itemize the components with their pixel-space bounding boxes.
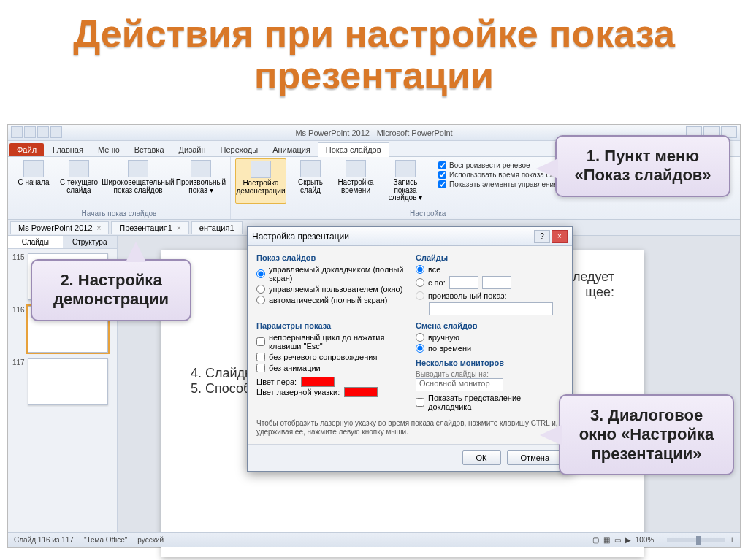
status-language[interactable]: русский: [137, 536, 164, 544]
tab-file[interactable]: Файл: [9, 143, 44, 156]
group-label-setup: Настройка: [235, 210, 620, 218]
setup-show-dialog: Настройка презентации ? × Показ слайдов …: [247, 226, 573, 472]
monitor-dropdown[interactable]: Основной монитор: [416, 378, 503, 391]
zoom-out-icon[interactable]: −: [658, 536, 663, 544]
callout-1: 1. Пункт меню «Показ слайдов»: [555, 135, 730, 197]
page-title: Действия при настройке показа презентаци…: [0, 0, 748, 102]
status-bar: Слайд 116 из 117 "Тема Office" русский ▢…: [8, 532, 740, 547]
side-tab-outline[interactable]: Структура: [63, 236, 118, 248]
radio-custom-show[interactable]: произвольный показ:: [416, 291, 563, 300]
radio-all-slides[interactable]: все: [416, 265, 563, 274]
dialog-titlebar[interactable]: Настройка презентации ? ×: [248, 227, 572, 246]
radio-timings[interactable]: по времени: [416, 344, 563, 353]
group-slides-range: Слайды все с по: произвольный показ:: [416, 253, 563, 315]
close-tab-icon[interactable]: ×: [177, 224, 181, 232]
play-icon: [23, 160, 44, 177]
chk-loop[interactable]: непрерывный цикл до нажатия клавиши "Esc…: [256, 333, 404, 350]
close-tab-icon[interactable]: ×: [97, 224, 102, 232]
zoom-label: 100%: [636, 536, 654, 544]
setup-slideshow-button[interactable]: Настройка демонстрации: [235, 158, 286, 204]
zoom-slider[interactable]: [667, 538, 725, 542]
rehearse-timings-button[interactable]: Настройка времени: [335, 158, 377, 204]
from-spinner[interactable]: [449, 276, 478, 289]
dialog-close-icon[interactable]: ×: [552, 230, 568, 243]
ok-button[interactable]: ОК: [462, 450, 501, 465]
pen-color-swatch[interactable]: [301, 377, 335, 387]
play-current-icon: [69, 160, 89, 177]
custom-show-button[interactable]: Произвольный показ ▾: [176, 158, 226, 196]
tab-home[interactable]: Главная: [45, 143, 91, 156]
chk-no-narration[interactable]: без речевого сопровождения: [256, 353, 404, 361]
thumbnail-117[interactable]: 117: [12, 358, 112, 405]
doc-tab-1[interactable]: Ms PowerPoint 2012×: [10, 221, 109, 234]
from-current-button[interactable]: С текущего слайда: [58, 158, 100, 196]
clock-icon: [346, 160, 366, 177]
record-slideshow-button[interactable]: Запись показа слайдов ▾: [380, 158, 431, 204]
tab-menu[interactable]: Меню: [91, 143, 127, 156]
group-show-options: Параметры показа непрерывный цикл до наж…: [256, 321, 404, 413]
status-slide-number: Слайд 116 из 117: [14, 536, 74, 544]
record-icon: [395, 160, 416, 177]
radio-presenter[interactable]: управляемый докладчиком (полный экран): [256, 265, 404, 283]
tab-design[interactable]: Дизайн: [172, 143, 213, 156]
group-label-start: Начать показ слайдов: [12, 210, 226, 218]
doc-tab-3[interactable]: ентация1: [191, 221, 243, 234]
help-icon[interactable]: ?: [534, 230, 550, 243]
app-icon: [11, 126, 23, 138]
tab-animation[interactable]: Анимация: [265, 143, 318, 156]
save-icon[interactable]: [24, 126, 36, 138]
quick-access-toolbar[interactable]: [11, 126, 62, 138]
callout-3: 3. Диалоговое окно «Настройка презентаци…: [559, 394, 734, 475]
hide-slide-button[interactable]: Скрыть слайд: [289, 158, 332, 204]
broadcast-icon: [128, 160, 148, 177]
side-tab-slides[interactable]: Слайды: [8, 236, 63, 248]
from-beginning-button[interactable]: С начала: [12, 158, 55, 196]
status-theme: "Тема Office": [84, 536, 127, 544]
view-reading-icon[interactable]: ▭: [614, 536, 621, 544]
radio-manual[interactable]: вручную: [416, 333, 563, 342]
chk-presenter-view[interactable]: Показать представление докладчика: [416, 394, 563, 411]
tab-transitions[interactable]: Переходы: [213, 143, 266, 156]
group-advance: Смена слайдов вручную по времени Несколь…: [416, 321, 563, 413]
zoom-in-icon[interactable]: +: [730, 536, 734, 544]
setup-icon: [251, 161, 271, 178]
view-normal-icon[interactable]: ▢: [592, 536, 599, 544]
laser-color-swatch[interactable]: [344, 387, 378, 397]
view-slideshow-icon[interactable]: ▶: [625, 536, 631, 544]
view-sorter-icon[interactable]: ▦: [603, 536, 610, 544]
laser-hint-text: Чтобы отобразить лазерную указку во врем…: [256, 419, 563, 437]
tab-slideshow[interactable]: Показ слайдов: [318, 142, 389, 157]
cancel-button[interactable]: Отмена: [507, 450, 563, 465]
doc-tab-2[interactable]: Презентация1×: [111, 221, 188, 234]
hide-slide-icon: [300, 160, 321, 177]
broadcast-button[interactable]: Широковещательный показ слайдов: [103, 158, 173, 196]
radio-kiosk[interactable]: автоматический (полный экран): [256, 296, 404, 304]
custom-show-icon: [191, 160, 211, 177]
dialog-title-text: Настройка презентации: [252, 231, 349, 242]
callout-2: 2. Настройка демонстрации: [31, 259, 191, 321]
redo-icon[interactable]: [50, 126, 62, 138]
group-show-type: Показ слайдов управляемый докладчиком (п…: [256, 253, 404, 315]
radio-browsed-user[interactable]: управляемый пользователем (окно): [256, 285, 404, 294]
radio-range-slides[interactable]: с по:: [416, 276, 563, 289]
chk-no-animation[interactable]: без анимации: [256, 364, 404, 372]
to-spinner[interactable]: [482, 276, 511, 289]
undo-icon[interactable]: [37, 126, 49, 138]
window-title-text: Ms PowerPoint 2012 - Microsoft PowerPoin…: [295, 129, 452, 137]
tab-insert[interactable]: Вставка: [127, 143, 172, 156]
custom-show-dropdown[interactable]: [429, 302, 553, 315]
